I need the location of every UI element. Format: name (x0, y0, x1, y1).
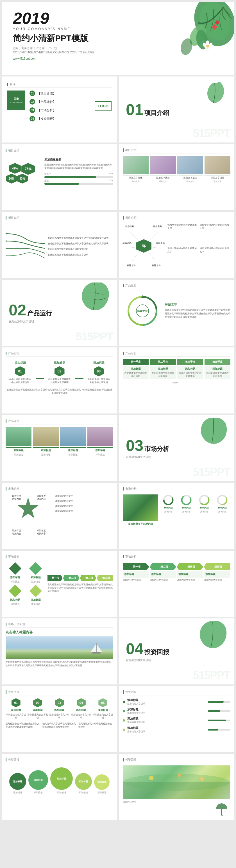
cover-subtitle2: CCTV FUTURE ADVERTISING COMPANYS CCTV TO… (13, 51, 223, 54)
invest-step-3: 03 添加标题 添加描述内容文字说明 (49, 698, 70, 719)
svg-point-13 (6, 255, 6, 256)
proj-big-num: 01 (126, 102, 143, 118)
cover-subtitle1: 适用于商务总结/工作总结/工作计划 (13, 46, 223, 50)
invest-big-num: 04 (126, 641, 143, 657)
quarters-slide: 产品运行 第一季度 添加标题 在此处添加文字说明在此处添加 第二季度 添加标题 … (119, 347, 234, 413)
invest-title: 投资回报 (144, 648, 169, 656)
invest-watermark: 515PPT (193, 669, 230, 682)
svg-point-37 (123, 774, 230, 791)
donut-2: 文字内容 文字内容 (178, 494, 195, 513)
prod-big-num: 02 (9, 302, 26, 318)
timeline-arrow-2: 第二项 添加标题 添加内容文字说明 (150, 563, 176, 582)
contents-item-1: 01 【项目介绍】 (30, 91, 91, 96)
cycle-svg: 标题文字 (123, 291, 162, 331)
invest-step-1: 01 添加标题 添加描述内容文字说明 (6, 698, 26, 719)
invest-right-slide: 投资回报 添加标题 添加内容文字说明 添加标题 添加内容文字说明 (119, 686, 234, 752)
flow-lines-svg (6, 223, 45, 269)
imgstrip-item-4: 添加标题 添加描述 (88, 427, 113, 456)
timeline-arrow-4: 第四项 添加标题 添加内容文字说明 (204, 563, 230, 582)
invest-item-4: 添加标题 添加内容文字说明 (123, 726, 230, 733)
cover-slide: 2019 YOUR COMOANY'S NAME 简约小清新PPT模版 适用于商… (2, 2, 234, 75)
step-1: 添加标题 01 在此处添加文字说明在此处添加文字说明 (9, 361, 31, 384)
contents-item-2: 02 【产品运行】 (30, 99, 91, 104)
donut-4: 文字内容 文字内容 (214, 494, 230, 513)
prod-leaf-deco (74, 281, 116, 315)
boat-slide: 年终工作回述 点击输入标题内容 在此处添加文字说明在此处添加文字说明在此处添加文… (2, 618, 117, 684)
imgstrip-item-3: 添加标题 添加描述 (60, 427, 86, 456)
contents-label-box: 目录 CONTENTS (7, 91, 25, 110)
invest-leaf-deco (192, 620, 233, 654)
diamond-item-1: 添加标题 添加描述 (6, 562, 25, 583)
invest-circle-1: 添加标题 添加描述 (9, 773, 26, 794)
market-image (123, 494, 158, 521)
hex-center-slide: 项目介绍 标 标题名称 标题名称 标题名称 标题名称 标题名称 (119, 212, 234, 278)
market-leaf-deco (194, 416, 233, 449)
svg-point-40 (200, 777, 204, 781)
invest-item-2: 添加标题 添加内容文字说明 (123, 708, 230, 715)
hex-slide-header: 项目介绍 (6, 149, 113, 154)
svg-text:标题文字: 标题文字 (137, 309, 148, 313)
svg-point-10 (6, 233, 6, 235)
market-star-slide: 市场分析 最佳年度对策内容 添加年度对策内容 添加年度对策内容 添加年度对策内容… (2, 483, 117, 549)
svg-point-39 (178, 774, 181, 777)
donut-3: 文字内容 文字内容 (196, 494, 213, 513)
cover-year: 2019 (13, 10, 223, 26)
market-watermark: 515PPT (193, 466, 230, 478)
diamond-item-4: 添加标题 添加描述 (26, 585, 45, 606)
proj-watermark: 515PPT (193, 127, 230, 140)
svg-point-38 (149, 776, 154, 780)
imgstrip-item-1: 添加标题 添加描述 (6, 427, 31, 456)
diamond-item-3: 添加标题 添加描述 (6, 585, 25, 606)
contents-item-3: 03 【市场分析】 (30, 107, 91, 113)
market-diamond-slide: 市场分析 添加标题 添加描述 添加标题 添加描述 添加标题 添加描述 (2, 551, 117, 617)
timeline-arrow-1: 第一项 添加标题 添加内容文字说明 (123, 563, 149, 582)
donut-1: 文字内容 文字内容 (160, 494, 177, 513)
cover-company: YOUR COMOANY'S NAME (13, 27, 223, 31)
timeline-arrow-3: 第三项 添加标题 添加内容文字说明 (177, 563, 203, 582)
contents-item-4: 04 【投资回报】 (30, 116, 91, 121)
steps-123-slide: 产品运行 添加标题 01 在此处添加文字说明在此处添加文字说明 添加标题 02 … (2, 347, 117, 413)
market-big-num: 03 (126, 438, 143, 454)
imgstrip-slide: 产品运行 添加标题 添加描述 添加标题 添加描述 添加标题 添加描述 (2, 415, 117, 481)
steps5-slide: 投资回报 01 添加标题 添加描述内容文字说明 02 添加标题 添加描述内容文字… (2, 686, 117, 752)
invest-title-slide: 04 投资回报 在此处添加文字说明 515PPT (119, 618, 234, 684)
invest-step-2: 02 添加标题 添加描述内容文字说明 (27, 698, 48, 719)
nature-image (123, 766, 230, 799)
market-title-slide: 03 市场分析 在此处添加文字说明 515PPT (119, 415, 234, 481)
invest-item-1: 添加标题 添加内容文字说明 (123, 698, 230, 705)
photo-cell-3: 添加文字描述 添加文字 (177, 156, 203, 183)
proj-title: 项目介绍 (144, 109, 169, 117)
invest-circle-4: 添加标题 添加描述 (75, 773, 92, 794)
market-title: 市场分析 (144, 445, 169, 453)
contents-slide: 目录 目录 CONTENTS 01 【项目介绍】 02 【产品运行】 03 【市… (2, 76, 117, 143)
proj-leaf-deco (198, 79, 232, 107)
photos-slide: 项目介绍 添加文字描述 添加文字 添加文字描述 添加文字 添加文字描述 添加文字 (119, 144, 234, 210)
diamond-item-2: 添加标题 添加描述 (26, 562, 45, 583)
market-timeline-slide: 市场分析 第一项 添加标题 添加内容文字说明 第二项 添加标题 添加内容文字说明… (119, 551, 234, 617)
photo-cell-1: 添加文字描述 添加文字 (123, 156, 148, 183)
invest-item-3: 添加标题 添加内容文字说明 (123, 717, 230, 724)
step-2: 添加标题 02 在此处添加文字说明在此处添加文字说明 (48, 361, 71, 384)
quarter-1: 第一季度 添加标题 在此处添加文字说明在此处添加 (123, 359, 148, 379)
logo-box: LOGO (95, 101, 111, 111)
svg-point-11 (6, 240, 6, 242)
step-3: 添加标题 03 在此处添加文字说明在此处添加文字说明 (88, 361, 110, 384)
boat-image (6, 637, 113, 659)
market-donut-slide: 市场分析 添加标题文字说明内容 文字内容 文字内容 (119, 483, 234, 549)
photo-cell-2: 添加文字描述 添加文字 (150, 156, 176, 183)
nature-final-slide: 投资回报 添加内容文字 (119, 754, 234, 820)
invest-circle-2: 添加标题 添加描述 (28, 770, 48, 794)
quarter-3: 第三季度 添加标题 在此处添加文字说明在此处添加 (177, 359, 203, 379)
prod-title: 产品运行 (27, 309, 52, 318)
invest-circles-slide: 投资回报 添加标题 添加描述 添加标题 添加描述 添加标题 添加描述 (2, 754, 117, 820)
contents-list: 01 【项目介绍】 02 【产品运行】 03 【市场分析】 04 【投资回报】 (30, 91, 91, 121)
contents-header: 目录 (7, 82, 111, 88)
cycle-slide: 产品运行 标题文字 标题文字 在此处添 (119, 280, 234, 346)
cover-website: www.515ppt.com (13, 57, 223, 60)
quarter-4: 第四季度 添加标题 在此处添加文字说明在此处添加 (205, 359, 230, 379)
quarter-2: 第二季度 添加标题 在此处添加文字说明在此处添加 (150, 359, 176, 379)
umbrella-decoration (215, 802, 229, 817)
prod-watermark: 515PPT (75, 330, 113, 343)
invest-circle-5: 添加标题 添加描述 (94, 774, 109, 794)
invest-step-4: 04 添加标题 添加描述内容文字说明 (71, 698, 91, 719)
